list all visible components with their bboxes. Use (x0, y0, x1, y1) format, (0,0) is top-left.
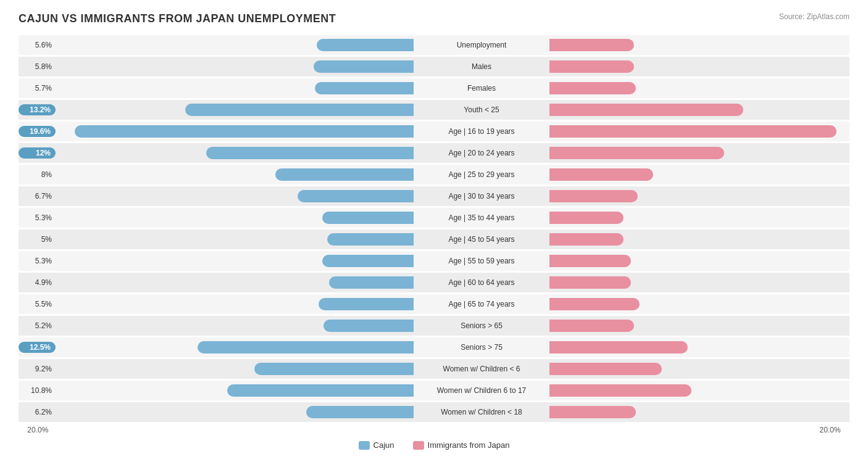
left-value: 5.5% (19, 300, 56, 308)
right-bar-wrap (549, 255, 868, 267)
row-label: Age | 16 to 19 years (414, 127, 549, 136)
left-value: 5% (19, 235, 56, 244)
row-label: Youth < 25 (414, 105, 549, 114)
row-label: Age | 35 to 44 years (414, 213, 549, 222)
right-bar-wrap (549, 104, 868, 116)
left-bar-wrap (56, 190, 414, 202)
right-bar-wrap (549, 168, 868, 181)
axis-right-label: 20.0% (816, 426, 849, 434)
left-bar (319, 298, 414, 310)
right-bar (549, 39, 634, 51)
row-label: Females (414, 84, 549, 93)
left-bar-wrap (56, 384, 414, 397)
left-bar (327, 233, 414, 246)
table-row: 9.2% Women w/ Children < 6 6.5% (19, 359, 849, 379)
left-value: 19.6% (19, 126, 56, 137)
left-value: 12.5% (19, 342, 56, 353)
left-bar (206, 147, 414, 159)
left-bar-wrap (56, 276, 414, 289)
right-bar-wrap (549, 82, 868, 94)
left-value: 4.9% (19, 278, 56, 287)
right-bar (549, 168, 653, 181)
table-row: 13.2% Youth < 25 11.2% (19, 100, 849, 120)
left-bar (315, 82, 414, 94)
right-bar-wrap (549, 406, 868, 418)
right-bar (549, 190, 638, 202)
table-row: 5.2% Seniors > 65 4.9% (19, 316, 849, 336)
japan-legend-box (413, 441, 424, 450)
table-row: 12.5% Seniors > 75 8% (19, 337, 849, 357)
left-bar-wrap (56, 406, 414, 418)
right-bar-wrap (549, 212, 868, 224)
left-bar (198, 341, 414, 353)
left-bar (317, 39, 414, 51)
table-row: 5% Age | 45 to 54 years 4.3% (19, 229, 849, 249)
table-row: 6.7% Age | 30 to 34 years 5.1% (19, 186, 849, 206)
left-value: 5.7% (19, 84, 56, 93)
cajun-legend-label: Cajun (373, 440, 394, 450)
left-bar-wrap (56, 298, 414, 310)
row-label: Age | 45 to 54 years (414, 235, 549, 244)
left-bar (227, 384, 414, 397)
legend-japan: Immigrants from Japan (413, 440, 510, 450)
left-bar-wrap (56, 60, 414, 73)
left-value: 5.3% (19, 213, 56, 222)
left-bar-wrap (56, 125, 414, 138)
right-bar (549, 60, 634, 73)
left-bar (322, 212, 414, 224)
left-value: 13.2% (19, 104, 56, 115)
right-bar (549, 82, 636, 94)
left-bar (306, 406, 414, 418)
left-bar-wrap (56, 82, 414, 94)
left-bar (323, 320, 414, 332)
row-label: Seniors > 75 (414, 343, 549, 352)
left-value: 10.8% (19, 386, 56, 395)
left-value: 6.7% (19, 192, 56, 200)
right-bar-wrap (549, 125, 868, 138)
right-bar (549, 255, 631, 267)
chart-title: CAJUN VS IMMIGRANTS FROM JAPAN UNEMPLOYM… (19, 12, 849, 25)
right-bar (549, 276, 631, 289)
row-label: Age | 30 to 34 years (414, 192, 549, 200)
left-value: 8% (19, 170, 56, 179)
right-bar-wrap (549, 276, 868, 289)
left-value: 5.2% (19, 321, 56, 330)
table-row: 10.8% Women w/ Children 6 to 17 8.2% (19, 381, 849, 400)
legend-cajun: Cajun (359, 440, 394, 450)
left-value: 5.8% (19, 62, 56, 71)
table-row: 5.3% Age | 35 to 44 years 4.3% (19, 208, 849, 228)
right-bar (549, 384, 691, 397)
row-label: Women w/ Children 6 to 17 (414, 386, 549, 395)
right-bar-wrap (549, 341, 868, 353)
table-row: 5.8% Males 4.9% (19, 57, 849, 76)
table-row: 5.7% Females 5% (19, 78, 849, 98)
row-label: Age | 65 to 74 years (414, 300, 549, 308)
table-row: 5.6% Unemployment 4.9% (19, 35, 849, 55)
right-bar (549, 406, 636, 418)
left-bar-wrap (56, 147, 414, 159)
table-row: 6.2% Women w/ Children < 18 5% (19, 402, 849, 422)
left-value: 6.2% (19, 408, 56, 416)
right-bar-wrap (549, 233, 868, 246)
row-label: Age | 55 to 59 years (414, 257, 549, 265)
chart-rows: 5.6% Unemployment 4.9% 5.8% Males 4.9% 5… (19, 35, 849, 422)
row-label: Age | 25 to 29 years (414, 170, 549, 179)
left-bar (185, 104, 414, 116)
right-bar-wrap (549, 60, 868, 73)
right-bar (549, 363, 662, 375)
left-bar (322, 255, 414, 267)
left-bar-wrap (56, 212, 414, 224)
row-label: Unemployment (414, 41, 549, 49)
axis-row: 20.0% 20.0% (19, 426, 849, 434)
left-bar-wrap (56, 233, 414, 246)
row-label: Seniors > 65 (414, 321, 549, 330)
left-bar (298, 190, 414, 202)
left-bar-wrap (56, 320, 414, 332)
row-label: Women w/ Children < 6 (414, 365, 549, 373)
right-bar-wrap (549, 363, 868, 375)
row-label: Women w/ Children < 18 (414, 408, 549, 416)
table-row: 12% Age | 20 to 24 years 10.1% (19, 143, 849, 163)
row-label: Males (414, 62, 549, 71)
left-bar-wrap (56, 341, 414, 353)
legend: Cajun Immigrants from Japan (19, 440, 849, 450)
